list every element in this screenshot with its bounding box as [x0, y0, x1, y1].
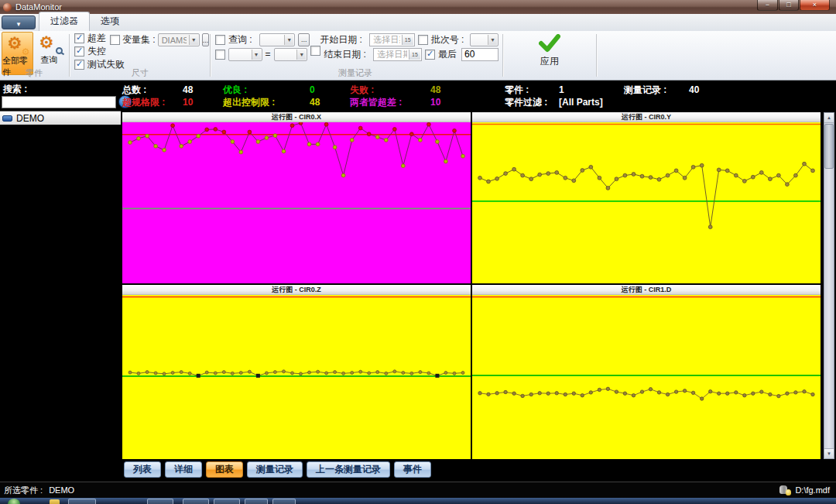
taskbar-app-button[interactable] — [214, 499, 240, 504]
view-previous-record-button[interactable]: 上一条测量记录 — [307, 461, 390, 478]
chart-title: 运行图 - CIR0.Y — [472, 112, 821, 122]
chart-title: 运行图 - CIR1.D — [472, 285, 821, 295]
view-events-button[interactable]: 事件 — [394, 461, 431, 478]
query-more-button[interactable]: ... — [298, 33, 310, 46]
group-label-dimension: 尺寸 — [71, 67, 209, 79]
end-date-input[interactable]: 15 — [373, 48, 422, 61]
app-window: DataMonitor − □ × 过滤器 选项 ⚙⚙ 全部零件 ⚙ — [0, 0, 836, 504]
scroll-down-icon[interactable]: ▼ — [824, 448, 834, 458]
scroll-up-icon[interactable]: ▲ — [824, 113, 834, 123]
maximize-button[interactable]: □ — [779, 0, 799, 11]
variable-set-more-button[interactable]: ... — [202, 33, 210, 46]
selected-part-label: 所选零件 : — [4, 485, 43, 496]
checkbox-variable-set[interactable] — [110, 35, 120, 45]
view-button-row: 列表 详细 图表 测量记录 上一条测量记录 事件 — [122, 459, 821, 480]
checkbox-condition[interactable] — [215, 50, 225, 60]
search-input[interactable] — [2, 96, 116, 108]
stat-good-column: 优良 :0 超出控制限 :48 — [223, 84, 320, 108]
run-chart-cir0z[interactable]: 运行图 - CIR0.Z — [122, 285, 471, 459]
stats-bar: 搜索 : 总数 :48 超规格限 :10 优良 :0 超出控制限 :48 失败 … — [0, 81, 836, 111]
chart-area: 运行图 - CIR0.X 运行图 - CIR0.Y 运行图 - CIR0.Z 运… — [122, 111, 821, 482]
part-count: 1 — [559, 84, 564, 95]
start-button[interactable] — [8, 499, 20, 504]
view-measurement-records-button[interactable]: 测量记录 — [247, 461, 303, 478]
chart-plot — [472, 295, 821, 459]
run-chart-cir1d[interactable]: 运行图 - CIR1.D — [472, 285, 821, 459]
view-list-button[interactable]: 列表 — [124, 461, 161, 478]
windows-taskbar[interactable] — [0, 498, 836, 504]
group-separator — [502, 34, 503, 77]
chart-plot — [472, 122, 821, 283]
chart-grid: 运行图 - CIR0.X 运行图 - CIR0.Y 运行图 - CIR0.Z 运… — [122, 111, 821, 459]
part-filter-value: [All Parts] — [559, 97, 603, 108]
checkbox-batch[interactable] — [418, 35, 428, 45]
out-of-spec-count: 10 — [183, 97, 193, 108]
calendar-icon[interactable]: 15 — [409, 50, 420, 60]
tab-filter[interactable]: 过滤器 — [39, 12, 90, 31]
apply-check-icon — [539, 34, 560, 53]
stat-total-column: 总数 :48 超规格限 :10 — [122, 84, 193, 108]
checkbox-last-n[interactable] — [425, 50, 435, 60]
caption-buttons: − □ × — [756, 0, 830, 11]
gear-search-icon: ⚙ — [39, 34, 60, 54]
ribbon-group-records: 查询 : ... 开始日期 : 15 批次号 : — [212, 31, 499, 80]
database-file-path: D:\fg.mdf — [795, 485, 830, 495]
group-separator — [69, 34, 70, 77]
checkbox-out-of-tolerance[interactable] — [74, 33, 84, 43]
database-icon — [779, 485, 791, 495]
taskbar-app-button[interactable] — [68, 499, 96, 504]
run-chart-cir0y[interactable]: 运行图 - CIR0.Y — [472, 112, 821, 283]
selected-part-value: DEMO — [49, 485, 74, 495]
batch-select[interactable] — [470, 33, 499, 46]
ribbon-group-dimension: 超差 失控 测试失败 变量集 : DIAMS ... — [71, 31, 209, 80]
chart-plot — [122, 295, 471, 459]
condition-right-select[interactable] — [274, 48, 308, 61]
run-chart-cir0x[interactable]: 运行图 - CIR0.X — [122, 112, 471, 283]
dropdown-arrow-icon — [488, 35, 497, 45]
failed-count: 48 — [430, 84, 440, 95]
sidebar-item-demo[interactable]: DEMO — [0, 111, 121, 125]
stat-part-column: 零件 :1 零件过滤 :[All Parts] — [505, 84, 603, 108]
chart-scrollbar[interactable]: ▲ ▼ — [824, 112, 834, 459]
chevron-down-icon — [17, 15, 21, 29]
ribbon: ⚙⚙ 全部零件 ⚙ 查询 零件 超差 失控 — [0, 31, 836, 81]
calendar-icon[interactable]: 15 — [402, 35, 413, 45]
view-detail-button[interactable]: 详细 — [165, 461, 202, 478]
good-count: 0 — [310, 84, 315, 95]
taskbar-folder-icon[interactable] — [50, 499, 60, 504]
checkbox-date-range[interactable] — [310, 46, 320, 56]
chart-title: 运行图 - CIR0.Z — [122, 285, 471, 295]
part-icon — [2, 115, 12, 122]
scrollbar-thumb[interactable] — [824, 124, 834, 169]
chart-plot — [122, 122, 471, 283]
condition-left-select[interactable] — [228, 48, 262, 61]
close-button[interactable]: × — [800, 0, 830, 11]
start-date-input[interactable]: 15 — [369, 33, 415, 46]
taskbar-app-button[interactable] — [245, 499, 268, 504]
minimize-button[interactable]: − — [757, 0, 778, 11]
app-icon — [3, 3, 12, 12]
application-menu-button[interactable] — [2, 15, 36, 29]
taskbar-app-button[interactable] — [147, 499, 173, 504]
search-label: 搜索 : — [3, 83, 27, 96]
dropdown-arrow-icon — [189, 35, 198, 45]
dropdown-arrow-icon — [296, 50, 306, 60]
gears-icon: ⚙⚙ — [8, 35, 28, 55]
taskbar-app-button[interactable] — [272, 499, 296, 504]
group-label-parts: 零件 — [0, 67, 68, 79]
dropdown-arrow-icon — [284, 35, 293, 45]
view-chart-button[interactable]: 图表 — [206, 461, 243, 478]
checkbox-query[interactable] — [215, 35, 225, 45]
checkbox-out-of-control[interactable] — [74, 46, 84, 57]
stat-fail-column: 失败 :48 两者皆超差 :10 — [350, 84, 440, 108]
variable-set-select[interactable]: DIAMS — [158, 33, 200, 46]
taskbar-app-button[interactable] — [183, 499, 209, 504]
group-separator — [210, 34, 211, 77]
query-select[interactable] — [259, 33, 295, 46]
last-n-input[interactable] — [461, 48, 499, 61]
tab-options[interactable]: 选项 — [90, 12, 130, 31]
status-bar: 所选零件 : DEMO D:\fg.mdf — [0, 482, 836, 498]
total-count: 48 — [183, 84, 193, 95]
group-label-records: 测量记录 — [212, 67, 499, 79]
apply-button[interactable]: 应用 — [505, 31, 594, 80]
